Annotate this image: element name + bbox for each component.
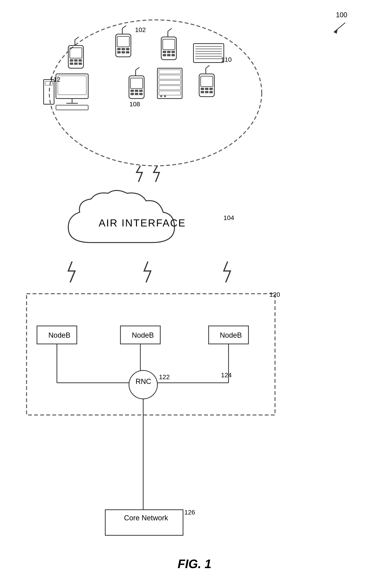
svg-rect-8	[74, 59, 78, 62]
svg-marker-2	[334, 29, 338, 34]
svg-rect-42	[129, 76, 144, 99]
svg-rect-63	[205, 88, 208, 90]
ref-112-label: 112	[50, 76, 61, 83]
svg-rect-16	[117, 36, 129, 47]
svg-rect-47	[130, 93, 134, 95]
svg-line-1	[334, 23, 345, 32]
svg-rect-75	[27, 294, 275, 415]
svg-rect-52	[159, 75, 181, 79]
svg-rect-5	[68, 46, 83, 68]
svg-rect-19	[126, 48, 129, 50]
svg-point-0	[49, 20, 262, 166]
svg-rect-30	[163, 54, 166, 56]
svg-rect-6	[70, 48, 82, 58]
svg-rect-12	[79, 62, 82, 65]
ref-108-label: 108	[129, 100, 140, 108]
ref-122-label: 122	[159, 373, 170, 381]
svg-rect-61	[201, 76, 213, 86]
svg-point-56	[160, 95, 162, 97]
ref-120-label: 120	[269, 291, 280, 298]
svg-line-59	[206, 65, 210, 68]
svg-rect-50	[158, 68, 182, 99]
svg-rect-33	[194, 44, 224, 62]
svg-rect-43	[130, 78, 143, 88]
diagram-container: 100 102 110 108 112 AIR INTERFACE 104 12…	[0, 0, 389, 588]
ref-104-label: 104	[224, 214, 234, 222]
svg-rect-11	[74, 62, 78, 65]
ref-126-label: 126	[184, 509, 195, 516]
svg-rect-86	[105, 510, 183, 535]
svg-rect-46	[139, 90, 143, 92]
svg-rect-31	[167, 54, 170, 56]
svg-rect-15	[116, 34, 131, 57]
svg-line-14	[122, 26, 126, 28]
svg-rect-29	[171, 51, 175, 53]
svg-rect-20	[117, 51, 121, 54]
svg-rect-67	[209, 91, 213, 93]
ref-124-label: 124	[221, 371, 232, 379]
svg-rect-7	[70, 59, 73, 62]
svg-rect-48	[135, 93, 138, 95]
svg-rect-17	[117, 48, 121, 50]
nodeb1-label: NodeB	[41, 331, 77, 339]
svg-rect-66	[205, 91, 208, 93]
nodeb2-label: NodeB	[125, 331, 161, 339]
core-network-label: Core Network	[109, 514, 183, 522]
svg-rect-25	[161, 37, 176, 60]
svg-rect-28	[167, 51, 170, 53]
svg-rect-71	[58, 76, 86, 95]
svg-rect-45	[135, 90, 138, 92]
nodeb3-label: NodeB	[213, 331, 249, 339]
svg-rect-18	[122, 48, 125, 50]
ref-102-label: 102	[135, 26, 146, 33]
svg-rect-55	[159, 91, 181, 95]
svg-rect-65	[201, 91, 204, 93]
rnc-label: RNC	[129, 377, 158, 386]
svg-rect-74	[56, 105, 88, 110]
svg-rect-22	[126, 51, 129, 54]
svg-line-4	[75, 37, 79, 40]
svg-rect-51	[159, 70, 181, 74]
svg-rect-32	[171, 54, 175, 56]
svg-rect-62	[201, 88, 204, 90]
fig-caption: FIG. 1	[0, 557, 389, 571]
svg-rect-10	[70, 62, 73, 65]
svg-rect-9	[79, 59, 82, 62]
svg-rect-27	[163, 51, 166, 53]
diagram-svg	[0, 0, 389, 588]
svg-rect-44	[130, 90, 134, 92]
ref-100-label: 100	[336, 11, 347, 19]
svg-rect-26	[163, 39, 175, 50]
svg-rect-53	[159, 80, 181, 84]
ref-110-label: 110	[221, 56, 232, 63]
svg-point-57	[164, 95, 166, 97]
svg-line-41	[136, 67, 139, 70]
svg-line-24	[168, 28, 172, 31]
svg-rect-54	[159, 86, 181, 90]
svg-rect-64	[209, 88, 213, 90]
svg-rect-68	[44, 80, 54, 104]
svg-rect-49	[139, 93, 143, 95]
svg-rect-70	[56, 74, 88, 99]
svg-rect-21	[122, 51, 125, 54]
svg-rect-60	[199, 74, 214, 97]
air-interface-label: AIR INTERFACE	[66, 217, 218, 229]
